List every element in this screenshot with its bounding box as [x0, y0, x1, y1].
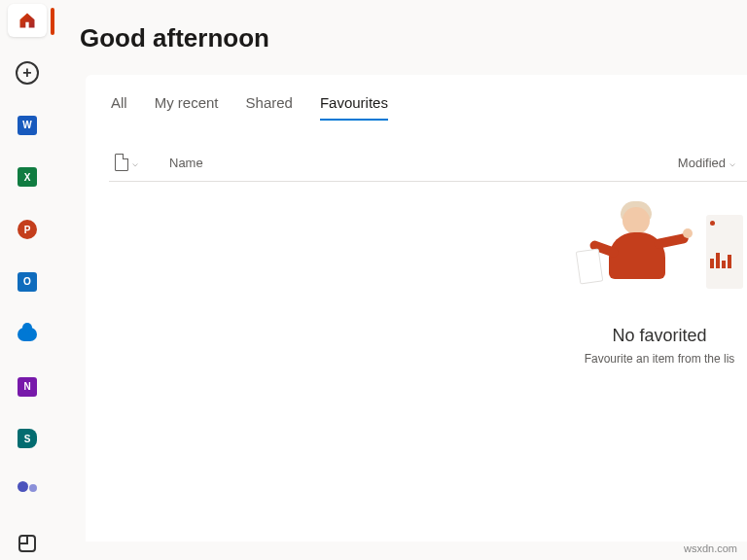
chevron-down-icon: ⌵ [132, 158, 138, 168]
tabs: All My recent Shared Favourites [109, 94, 747, 121]
empty-state: No favorited Favourite an item from the … [572, 201, 747, 366]
sidebar-item-outlook[interactable]: O [8, 265, 47, 298]
column-type[interactable]: ⌵ [109, 154, 148, 171]
document-icon [115, 154, 128, 171]
watermark: wsxdn.com [684, 542, 737, 554]
excel-icon: X [18, 167, 37, 187]
onenote-icon: N [18, 377, 37, 397]
sidebar: + W X P O N S [0, 0, 54, 560]
sidebar-item-home[interactable] [8, 4, 47, 37]
page-title: Good afternoon [80, 23, 747, 53]
onedrive-icon [18, 325, 37, 344]
column-modified-label: Modified [678, 156, 726, 170]
sidebar-item-create[interactable]: + [8, 56, 47, 89]
column-modified[interactable]: Modified ⌵ [678, 156, 735, 170]
home-icon [18, 11, 37, 30]
column-name[interactable]: Name [169, 156, 203, 170]
chevron-down-icon: ⌵ [729, 158, 735, 168]
powerpoint-icon: P [18, 220, 37, 239]
sidebar-item-onenote[interactable]: N [8, 370, 47, 403]
sidebar-item-powerpoint[interactable]: P [8, 213, 47, 246]
sidebar-item-onedrive[interactable] [8, 318, 47, 351]
main-content: Good afternoon All My recent Shared Favo… [54, 0, 747, 560]
tab-favourites[interactable]: Favourites [320, 94, 388, 121]
sidebar-item-teams[interactable] [8, 474, 47, 508]
table-header: ⌵ Name Modified ⌵ [109, 154, 747, 182]
outlook-icon: O [18, 272, 37, 292]
sidebar-item-sharepoint[interactable]: S [8, 423, 47, 456]
sidebar-item-apps[interactable] [8, 527, 47, 560]
sidebar-item-word[interactable]: W [8, 109, 47, 142]
teams-icon [18, 481, 37, 501]
word-icon: W [18, 116, 37, 135]
documents-panel: All My recent Shared Favourites ⌵ Name M… [86, 75, 747, 542]
empty-subtitle: Favourite an item from the lis [572, 352, 747, 366]
tab-shared[interactable]: Shared [246, 94, 293, 121]
sidebar-item-excel[interactable]: X [8, 160, 47, 193]
empty-illustration [582, 201, 737, 308]
apps-icon [18, 534, 37, 553]
active-indicator [51, 8, 54, 35]
tab-all[interactable]: All [111, 94, 127, 121]
plus-icon: + [16, 61, 39, 85]
empty-title: No favorited [572, 326, 747, 346]
tab-recent[interactable]: My recent [155, 94, 219, 121]
sharepoint-icon: S [18, 429, 37, 448]
